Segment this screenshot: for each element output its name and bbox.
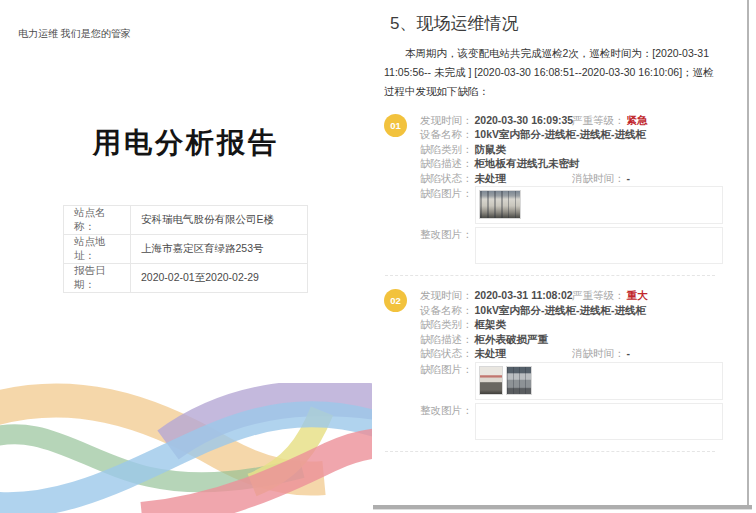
report-cover-page: 电力运维 我们是您的管家 用电分析报告 站点名称： 安科瑞电气股份有限公司E楼 … [0,0,372,513]
device-row: 设备名称： 10kV室内部分-进线柜-进线柜-进线柜 [420,127,723,142]
site-name-label: 站点名称： [64,206,131,235]
description-label: 缺陷描述： [420,332,473,347]
category-row: 缺陷类别： 框架类 [420,317,723,332]
defect-item: 01 发现时间： 2020-03-30 16:09:35 严重等级： 紧急 设备… [384,101,723,267]
defect-index-badge: 01 [384,114,407,137]
category-row: 缺陷类别： 防鼠类 [420,142,723,157]
table-row: 报告日期： 2020-02-01至2020-02-29 [64,264,308,293]
found-time-label: 发现时间： [420,113,473,128]
fix-photos-row: 整改图片： [420,403,723,442]
category-label: 缺陷类别： [420,317,473,332]
severity-value: 紧急 [627,113,648,128]
device-label: 设备名称： [420,303,473,318]
severity-pair: 严重等级： 重大 [572,288,648,303]
found-time-row: 发现时间： 2020-03-30 16:09:35 严重等级： 紧急 [420,113,723,128]
report-title: 用电分析报告 [0,124,372,162]
clear-time-label: 消缺时间： [572,346,625,361]
defect-photos-row: 缺陷图片： [420,362,723,402]
status-row: 缺陷状态： 未处理 消缺时间： - [420,171,723,186]
fix-photos-label: 整改图片： [420,227,473,242]
defect-fields: 发现时间： 2020-03-30 16:09:35 严重等级： 紧急 设备名称：… [420,113,723,267]
description-value: 柜地板有进线孔未密封 [475,156,580,171]
site-address-value: 上海市嘉定区育绿路253号 [131,235,308,264]
clear-time-label: 消缺时间： [572,171,625,186]
category-value: 框架类 [475,317,507,332]
defect-separator [385,451,715,452]
clear-time-value: - [627,346,631,361]
found-time-label: 发现时间： [420,288,473,303]
table-row: 站点地址： 上海市嘉定区育绿路253号 [64,235,308,264]
defect-photo-thumbnail [479,190,521,219]
description-row: 缺陷描述： 柜地板有进线孔未密封 [420,156,723,171]
status-value: 未处理 [475,171,507,186]
defect-item: 02 发现时间： 2020-03-31 11:08:02 严重等级： 重大 设备… [384,276,723,442]
decorative-waves-graphic [0,383,372,513]
fix-photos-label: 整改图片： [420,403,473,418]
fix-photos-box [475,403,724,440]
clear-time-pair: 消缺时间： - [572,346,630,361]
site-address-label: 站点地址： [64,235,131,264]
defect-photo-thumbnail [506,366,532,395]
status-label: 缺陷状态： [420,171,473,186]
report-date-value: 2020-02-01至2020-02-29 [131,264,308,293]
status-value: 未处理 [475,346,507,361]
clear-time-value: - [627,171,631,186]
horizontal-scrollbar[interactable] [373,505,752,510]
defect-photos-box [475,362,724,400]
fix-photos-box [475,227,724,264]
site-name-value: 安科瑞电气股份有限公司E楼 [131,206,308,235]
cover-slogan: 电力运维 我们是您的管家 [18,27,131,41]
severity-label: 严重等级： [572,288,625,303]
defect-photos-row: 缺陷图片： [420,186,723,226]
clear-time-pair: 消缺时间： - [572,171,630,186]
found-time-value: 2020-03-30 16:09:35 [475,113,574,128]
report-detail-page: 5、现场运维情况 本周期内，该变配电站共完成巡检2次，巡检时间为：[2020-0… [372,0,749,505]
severity-value: 重大 [627,288,648,303]
device-row: 设备名称： 10kV室内部分-进线柜-进线柜-进线柜 [420,303,723,318]
report-date-label: 报告日期： [64,264,131,293]
severity-pair: 严重等级： 紧急 [572,113,648,128]
found-time-value: 2020-03-31 11:08:02 [475,288,573,303]
description-label: 缺陷描述： [420,156,473,171]
status-row: 缺陷状态： 未处理 消缺时间： - [420,346,723,361]
description-value: 柜外表破损严重 [475,332,549,347]
inspection-summary: 本周期内，该变配电站共完成巡检2次，巡检时间为：[2020-03-31 11:0… [384,44,723,101]
defect-photos-label: 缺陷图片： [420,186,473,201]
site-info-table: 站点名称： 安科瑞电气股份有限公司E楼 站点地址： 上海市嘉定区育绿路253号 … [63,205,308,293]
device-label: 设备名称： [420,127,473,142]
defect-photos-box [475,186,724,224]
status-label: 缺陷状态： [420,346,473,361]
defect-fields: 发现时间： 2020-03-31 11:08:02 严重等级： 重大 设备名称：… [420,288,723,442]
device-value: 10kV室内部分-进线柜-进线柜-进线柜 [475,303,647,318]
defect-index-badge: 02 [384,289,407,312]
category-value: 防鼠类 [475,142,507,157]
category-label: 缺陷类别： [420,142,473,157]
found-time-row: 发现时间： 2020-03-31 11:08:02 严重等级： 重大 [420,288,723,303]
report-preview: 电力运维 我们是您的管家 用电分析报告 站点名称： 安科瑞电气股份有限公司E楼 … [0,0,756,513]
table-row: 站点名称： 安科瑞电气股份有限公司E楼 [64,206,308,235]
section-title: 5、现场运维情况 [390,12,723,35]
description-row: 缺陷描述： 柜外表破损严重 [420,332,723,347]
device-value: 10kV室内部分-进线柜-进线柜-进线柜 [475,127,647,142]
fix-photos-row: 整改图片： [420,227,723,266]
defect-photos-label: 缺陷图片： [420,362,473,377]
severity-label: 严重等级： [572,113,625,128]
defect-photo-thumbnail [479,366,503,395]
